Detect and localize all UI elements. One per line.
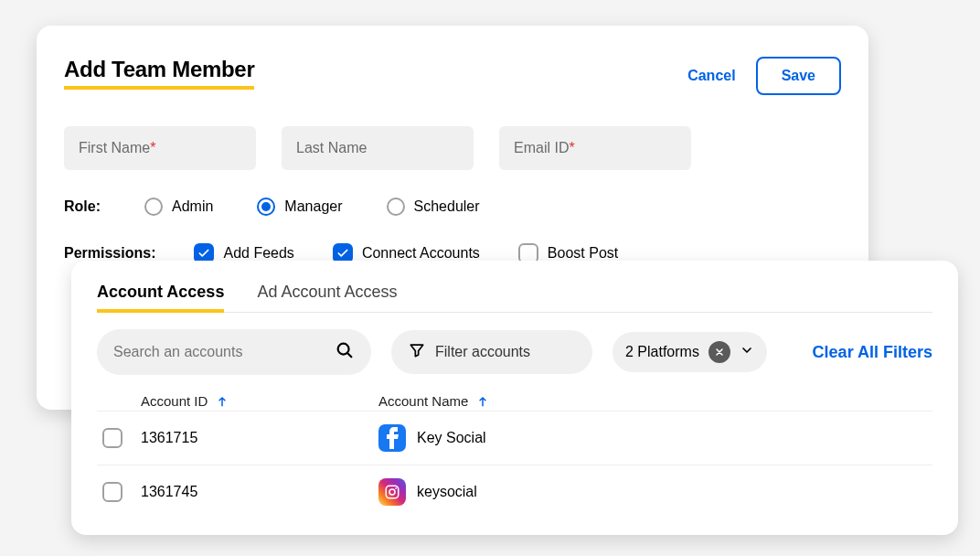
account-access-card: Account Access Ad Account Access Filter … [71,261,958,535]
col-account-name[interactable]: Account Name [378,393,927,411]
instagram-icon [378,478,406,506]
chevron-down-icon [740,343,754,361]
table-header: Account ID Account Name [97,393,932,411]
clear-platforms-icon[interactable] [708,341,730,363]
input-row: First Name* Last Name Email ID* [64,126,841,170]
role-label: Role: [64,198,101,215]
tabs: Account Access Ad Account Access [97,283,932,313]
cancel-button[interactable]: Cancel [687,68,735,84]
table-row: 1361715 Key Social [97,411,932,465]
table-row: 1361745 keysocial [97,465,932,519]
sort-up-icon [476,395,489,411]
search-input[interactable] [113,344,325,360]
facebook-icon [378,424,406,452]
role-radio-manager[interactable]: Manager [257,198,342,216]
header-actions: Cancel Save [687,57,841,95]
last-name-field-wrap[interactable]: Last Name [282,126,474,170]
radio-icon [257,198,275,216]
required-mark: * [150,140,155,156]
email-placeholder: Email ID [514,140,569,156]
permissions-label: Permissions: [64,245,155,262]
perm-label: Connect Accounts [362,245,480,262]
tab-ad-account-access[interactable]: Ad Account Access [257,283,397,313]
role-radio-admin[interactable]: Admin [144,198,213,216]
clear-all-filters-button[interactable]: Clear All Filters [813,343,932,362]
required-mark: * [569,140,574,156]
role-row: Role: Admin Manager Scheduler [64,198,841,216]
cell-account-name: keysocial [378,478,927,506]
sort-up-icon [216,395,229,411]
perm-label: Boost Post [548,245,618,262]
filters-row: Filter accounts 2 Platforms Clear All Fi… [97,329,932,375]
svg-point-2 [389,489,395,495]
col-name-label: Account Name [378,393,468,409]
svg-point-3 [395,487,397,489]
role-option-label: Scheduler [414,198,480,215]
role-option-label: Admin [172,198,213,215]
first-name-placeholder: First Name [79,140,150,156]
save-button[interactable]: Save [756,57,841,95]
first-name-field-wrap[interactable]: First Name* [64,126,256,170]
platforms-label: 2 Platforms [625,344,699,360]
filter-icon [408,341,426,363]
perm-label: Add Feeds [223,245,293,262]
email-field-wrap[interactable]: Email ID* [499,126,691,170]
row-checkbox[interactable] [102,482,122,502]
header-row: Add Team Member Cancel Save [64,57,841,95]
role-radio-scheduler[interactable]: Scheduler [387,198,480,216]
row-checkbox[interactable] [102,428,122,448]
cell-check [102,428,141,448]
last-name-placeholder: Last Name [296,140,367,156]
search-icon [335,340,355,364]
cell-account-id: 1361745 [141,484,378,500]
platforms-filter[interactable]: 2 Platforms [612,332,767,372]
search-input-wrap[interactable] [97,329,371,375]
cell-account-name: Key Social [378,424,927,452]
role-option-label: Manager [284,198,342,215]
filter-accounts-button[interactable]: Filter accounts [391,330,592,374]
col-account-id[interactable]: Account ID [141,393,378,411]
cell-check [102,482,141,502]
cell-account-id: 1361715 [141,430,378,446]
col-id-label: Account ID [141,393,208,409]
account-name: Key Social [417,430,486,446]
filter-label: Filter accounts [435,344,530,360]
radio-icon [144,198,163,216]
page-title: Add Team Member [64,57,254,90]
radio-icon [387,198,405,216]
account-name: keysocial [417,484,477,500]
tab-account-access[interactable]: Account Access [97,283,224,313]
